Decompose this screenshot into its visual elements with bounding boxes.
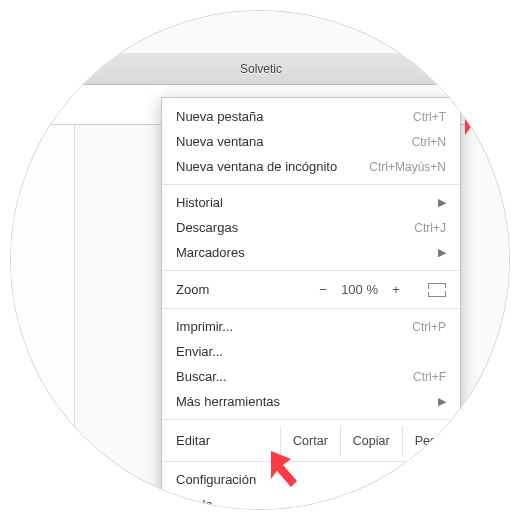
menu-separator: [162, 270, 460, 271]
menu-item-shortcut: Ctrl+J: [414, 221, 446, 235]
menu-item-label: Imprimir...: [176, 319, 412, 334]
menu-item-print[interactable]: Imprimir... Ctrl+P: [162, 314, 460, 339]
window-title: Solvetic: [240, 62, 282, 76]
minimize-button[interactable]: [427, 53, 469, 85]
menu-item-more-tools[interactable]: Más herramientas ▶: [162, 389, 460, 414]
menu-item-label: Enviar...: [176, 344, 446, 359]
menu-item-downloads[interactable]: Descargas Ctrl+J: [162, 215, 460, 240]
menu-item-label: Historial: [176, 195, 430, 210]
copy-button[interactable]: Copiar: [340, 426, 402, 456]
menu-item-label: Nueva ventana: [176, 134, 412, 149]
menu-item-shortcut: Ctrl+Mayús+N: [369, 160, 446, 174]
menu-separator: [162, 419, 460, 420]
menu-item-label: Nueva pestaña: [176, 109, 413, 124]
zoom-label: Zoom: [176, 282, 315, 297]
zoom-out-button[interactable]: −: [315, 282, 331, 297]
menu-item-shortcut: Ctrl+T: [413, 110, 446, 124]
svg-marker-4: [271, 451, 297, 487]
paste-button[interactable]: Pegar: [402, 426, 460, 456]
chevron-right-icon: ▶: [438, 395, 446, 408]
menu-item-new-window[interactable]: Nueva ventana Ctrl+N: [162, 129, 460, 154]
menu-item-label: Buscar...: [176, 369, 413, 384]
menu-item-new-tab[interactable]: Nueva pestaña Ctrl+T: [162, 104, 460, 129]
menu-item-shortcut: Ctrl+F: [413, 370, 446, 384]
svg-rect-1: [486, 64, 495, 73]
svg-marker-3: [465, 107, 491, 143]
menu-item-zoom: Zoom − 100 % +: [162, 276, 460, 303]
chevron-right-icon: ▶: [438, 246, 446, 259]
menu-item-label: Más herramientas: [176, 394, 430, 409]
menu-item-bookmarks[interactable]: Marcadores ▶: [162, 240, 460, 265]
menu-separator: [162, 184, 460, 185]
edit-label: Editar: [176, 425, 280, 456]
zoom-value: 100 %: [341, 282, 378, 297]
menu-item-shortcut: Ctrl+N: [412, 135, 446, 149]
menu-item-label: Nueva ventana de incógnito: [176, 159, 369, 174]
menu-item-find[interactable]: Buscar... Ctrl+F: [162, 364, 460, 389]
left-panel: [11, 125, 75, 510]
menu-item-label: Marcadores: [176, 245, 430, 260]
menu-item-history[interactable]: Historial ▶: [162, 190, 460, 215]
chevron-right-icon: ▶: [438, 196, 446, 209]
menu-item-shortcut: Ctrl+P: [412, 320, 446, 334]
window-titlebar: Solvetic: [11, 53, 510, 85]
menu-item-label: Descargas: [176, 220, 414, 235]
fullscreen-icon[interactable]: [428, 283, 446, 297]
menu-item-new-incognito[interactable]: Nueva ventana de incógnito Ctrl+Mayús+N: [162, 154, 460, 179]
zoom-in-button[interactable]: +: [388, 282, 404, 297]
maximize-button[interactable]: [469, 53, 510, 85]
vertical-dots-icon: [488, 94, 491, 115]
menu-item-cast[interactable]: Enviar...: [162, 339, 460, 364]
menu-separator: [162, 308, 460, 309]
menu-button[interactable]: [473, 89, 505, 121]
